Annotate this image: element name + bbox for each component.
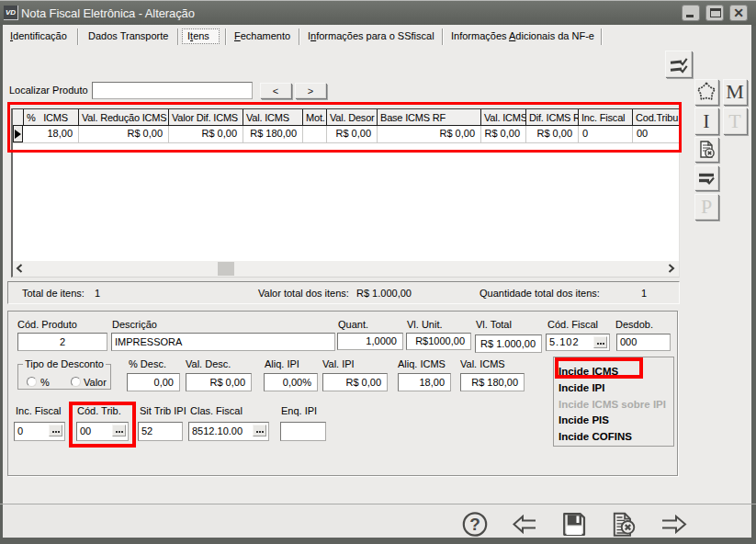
svg-text:?: ? (469, 515, 480, 534)
